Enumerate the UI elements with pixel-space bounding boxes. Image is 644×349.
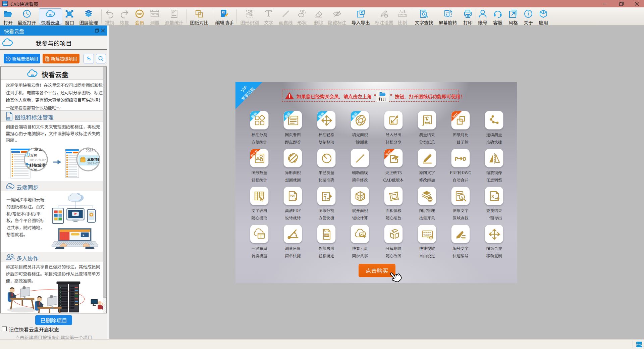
svg-text:X: X — [491, 194, 494, 199]
svg-text:2017-07-07: 2017-07-07 — [87, 161, 104, 165]
svg-text:PDF: PDF — [290, 194, 296, 197]
svg-text:三期项目图: 三期项目图 — [87, 157, 104, 162]
svg-text:2016-07-1: 2016-07-1 — [30, 172, 44, 176]
svg-text:CAD: CAD — [222, 12, 225, 13]
svg-text:D: D — [463, 156, 466, 162]
svg-text:DWG: DWG — [7, 118, 10, 119]
svg-text:A:B: A:B — [399, 10, 406, 14]
svg-text:A: A — [424, 13, 426, 16]
svg-text:2017-09-07 1: 2017-09-07 1 — [30, 158, 49, 162]
svg-text:P: P — [455, 156, 458, 162]
svg-text:1/10: 1/10 — [30, 152, 37, 157]
svg-text:DWG: DWG — [324, 234, 330, 237]
svg-text:A: A — [461, 195, 463, 199]
